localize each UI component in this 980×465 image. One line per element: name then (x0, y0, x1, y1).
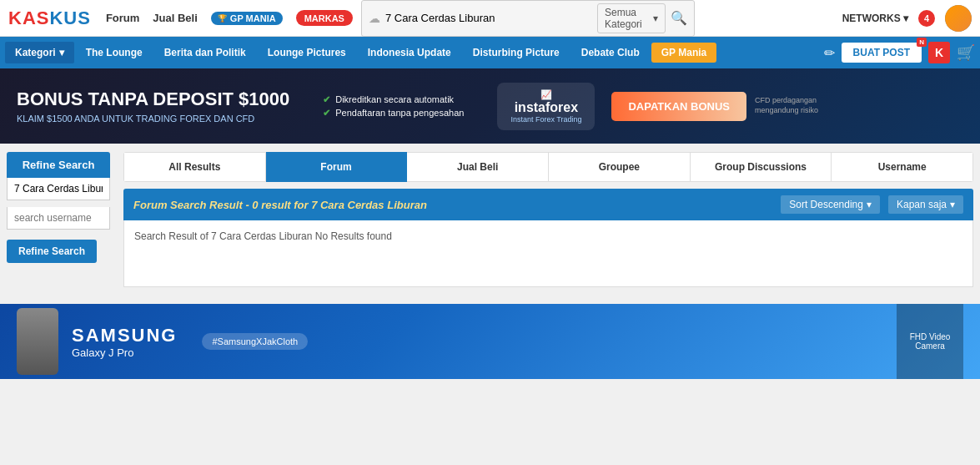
tab-groupee[interactable]: Groupee (549, 152, 691, 182)
results-header: Forum Search Result - 0 result for 7 Car… (123, 189, 973, 220)
networks-button[interactable]: NETWORKS ▾ (842, 13, 908, 24)
tab-group-discussions[interactable]: Group Discussions (691, 152, 832, 182)
search-button[interactable]: 🔍 (671, 10, 687, 26)
samsung-brand: SAMSUNG (72, 325, 177, 346)
results-body: Search Result of 7 Cara Cerdas Liburan N… (123, 220, 973, 287)
kategori-label: Kategori (15, 47, 56, 58)
ad-check-2: Pendaftaran tanpa pengesahan (335, 108, 464, 118)
check-icon-1: ✔ (323, 94, 330, 105)
samsung-hashtag: #SamsungXJakCloth (202, 333, 308, 350)
username-search-input[interactable] (7, 207, 110, 230)
dapatkan-bonus-button[interactable]: DAPATKAN BONUS (611, 92, 746, 121)
category-nav: Kategori ▾ The Lounge Berita dan Politik… (0, 37, 980, 68)
markas-badge[interactable]: MARKAS (296, 10, 353, 26)
kategori-dropdown[interactable]: Kategori ▾ (5, 42, 74, 63)
ad-check-1: Dikreditkan secara automatik (335, 94, 454, 104)
gp-mania-label: GP MANIA (230, 13, 276, 23)
instaforex-logo: 📈 instaforex Instant Forex Trading (497, 83, 595, 130)
gp-mania-badge[interactable]: 🏆 GP MANIA (211, 12, 283, 25)
ad-checks: ✔ Dikreditkan secara automatik ✔ Pendaft… (323, 92, 464, 121)
tab-username[interactable]: Username (832, 152, 973, 182)
category-label: Semua Kategori (605, 7, 650, 30)
cat-the-lounge[interactable]: The Lounge (76, 42, 153, 63)
cat-lounge-pictures[interactable]: Lounge Pictures (258, 42, 356, 63)
sort-label: Sort Descending (789, 199, 863, 210)
main-content: All Results Forum Jual Beli Groupee Grou… (117, 152, 980, 287)
chevron-down-icon: ▾ (867, 199, 872, 210)
results-sort: Sort Descending ▾ Kapan saja ▾ (781, 195, 963, 214)
results-count: - 0 result for (245, 199, 311, 211)
ad-claim-text: KLAIM $1500 ANDA UNTUK TRADING FOREX DAN… (17, 114, 289, 124)
ad-left-text: BONUS TANPA DEPOSIT $1000 KLAIM $1500 AN… (17, 88, 289, 124)
cat-berita-politik[interactable]: Berita dan Politik (154, 42, 256, 63)
tab-forum[interactable]: Forum (266, 152, 408, 182)
search-input[interactable] (385, 12, 597, 24)
no-results-text: Search Result of 7 Cara Cerdas Liburan N… (134, 230, 962, 242)
chevron-down-icon: ▾ (653, 13, 658, 24)
filter-label: Kapan saja (897, 199, 947, 210)
cloud-icon: ☁ (369, 12, 380, 25)
instaforex-tagline: Instant Forex Trading (510, 115, 581, 124)
nav-jual-beli[interactable]: Jual Beli (153, 12, 197, 24)
check-icon-2: ✔ (323, 108, 330, 119)
cat-disturbing-picture[interactable]: Disturbing Picture (463, 42, 570, 63)
notif-count: 4 (924, 13, 929, 23)
sort-descending-button[interactable]: Sort Descending ▾ (781, 195, 880, 214)
samsung-feature-text: FHD Video Camera (897, 332, 963, 351)
top-nav-links: Forum Jual Beli 🏆 GP MANIA MARKAS (106, 10, 353, 26)
avatar[interactable] (945, 5, 972, 32)
cat-debate-club[interactable]: Debate Club (571, 42, 650, 63)
content-area: Refine Search Refine Search All Results … (0, 144, 980, 296)
search-bar: ☁ Semua Kategori ▾ 🔍 (361, 0, 695, 37)
refine-search-input[interactable] (7, 178, 110, 200)
cat-nav-right: ✏ BUAT POST N K 🛒 (824, 42, 975, 63)
buat-post-label: BUAT POST (853, 47, 910, 58)
nav-forum[interactable]: Forum (106, 12, 139, 24)
chevron-down-icon-2: ▾ (950, 199, 955, 210)
refine-search-button[interactable]: Refine Search (7, 240, 97, 263)
results-title-text: Forum Search Result (133, 199, 243, 211)
kaskus-k-button[interactable]: K (928, 42, 950, 63)
results-query: 7 Cara Cerdas Liburan (311, 199, 427, 211)
samsung-model: Galaxy J Pro (72, 346, 177, 359)
tab-jual-beli[interactable]: Jual Beli (407, 152, 549, 182)
right-nav: NETWORKS ▾ 4 (842, 5, 972, 32)
gp-mania-nav-btn[interactable]: GP Mania (651, 43, 716, 63)
category-dropdown[interactable]: Semua Kategori ▾ (597, 3, 666, 33)
networks-label: NETWORKS (842, 13, 901, 24)
notification-badge[interactable]: 4 (918, 10, 935, 27)
samsung-feature: FHD Video Camera (897, 304, 963, 379)
tab-all-results[interactable]: All Results (123, 152, 266, 182)
kaskus-logo[interactable]: KASKUS (8, 8, 91, 29)
buat-post-button[interactable]: BUAT POST N (842, 43, 922, 63)
instaforex-ad[interactable]: BONUS TANPA DEPOSIT $1000 KLAIM $1500 AN… (0, 68, 980, 144)
results-title: Forum Search Result - 0 result for 7 Car… (133, 199, 427, 211)
samsung-ad[interactable]: SAMSUNG Galaxy J Pro #SamsungXJakCloth F… (0, 304, 980, 379)
filter-time-button[interactable]: Kapan saja ▾ (888, 195, 963, 214)
new-badge: N (917, 38, 927, 47)
top-nav: KASKUS Forum Jual Beli 🏆 GP MANIA MARKAS… (0, 0, 980, 37)
refine-search-header: Refine Search (7, 152, 110, 178)
instaforex-brand: instaforex (510, 100, 581, 115)
cart-icon[interactable]: 🛒 (957, 43, 975, 62)
samsung-phone-image (17, 308, 58, 375)
markas-label: MARKAS (304, 13, 344, 23)
cat-nav-left: Kategori ▾ The Lounge Berita dan Politik… (5, 42, 824, 63)
search-tabs: All Results Forum Jual Beli Groupee Grou… (123, 152, 973, 182)
ad-bonus-title: BONUS TANPA DEPOSIT $1000 (17, 88, 289, 110)
left-sidebar: Refine Search Refine Search (0, 152, 117, 287)
edit-icon[interactable]: ✏ (824, 45, 835, 61)
footer (0, 379, 980, 404)
ad-cfd-note: CFD perdagangan mengandung risiko (755, 96, 822, 115)
chevron-icon: ▾ (59, 47, 64, 58)
avatar-image (945, 5, 972, 32)
samsung-text: SAMSUNG Galaxy J Pro (72, 325, 177, 359)
cat-indonesia-update[interactable]: Indonesia Update (358, 42, 461, 63)
